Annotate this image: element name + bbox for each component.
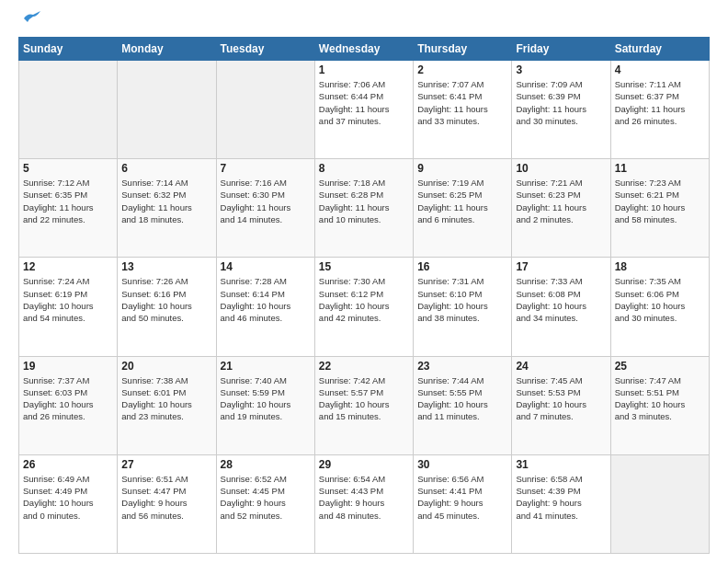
calendar-cell: 5Sunrise: 7:12 AM Sunset: 6:35 PM Daylig… <box>19 159 118 258</box>
day-number: 8 <box>319 162 409 175</box>
day-info: Sunrise: 7:09 AM Sunset: 6:39 PM Dayligh… <box>516 78 606 127</box>
weekday-header-thursday: Thursday <box>414 38 512 61</box>
day-number: 16 <box>417 260 507 273</box>
calendar-week-2: 5Sunrise: 7:12 AM Sunset: 6:35 PM Daylig… <box>19 159 710 258</box>
day-number: 26 <box>23 458 113 471</box>
day-info: Sunrise: 7:23 AM Sunset: 6:21 PM Dayligh… <box>615 177 705 225</box>
day-number: 19 <box>23 360 113 373</box>
calendar-cell <box>118 61 216 159</box>
day-number: 28 <box>221 458 311 471</box>
day-number: 17 <box>516 260 606 273</box>
weekday-header-row: SundayMondayTuesdayWednesdayThursdayFrid… <box>19 38 710 61</box>
calendar-cell <box>610 454 709 553</box>
day-info: Sunrise: 7:21 AM Sunset: 6:23 PM Dayligh… <box>516 177 606 225</box>
calendar-cell: 4Sunrise: 7:11 AM Sunset: 6:37 PM Daylig… <box>610 61 709 159</box>
calendar-table: SundayMondayTuesdayWednesdayThursdayFrid… <box>18 37 710 554</box>
page: SundayMondayTuesdayWednesdayThursdayFrid… <box>0 0 728 563</box>
logo-bird-icon <box>20 11 40 29</box>
calendar-cell: 3Sunrise: 7:09 AM Sunset: 6:39 PM Daylig… <box>512 61 610 159</box>
day-number: 15 <box>319 260 409 273</box>
day-info: Sunrise: 7:31 AM Sunset: 6:10 PM Dayligh… <box>417 275 507 324</box>
day-info: Sunrise: 7:35 AM Sunset: 6:06 PM Dayligh… <box>615 275 705 324</box>
day-info: Sunrise: 6:54 AM Sunset: 4:43 PM Dayligh… <box>319 473 409 522</box>
calendar-cell: 15Sunrise: 7:30 AM Sunset: 6:12 PM Dayli… <box>314 258 413 356</box>
day-number: 9 <box>417 162 507 175</box>
day-number: 13 <box>121 260 211 273</box>
day-number: 20 <box>121 360 211 373</box>
calendar-cell: 13Sunrise: 7:26 AM Sunset: 6:16 PM Dayli… <box>118 258 216 356</box>
day-number: 4 <box>615 63 705 76</box>
day-number: 3 <box>516 63 606 76</box>
calendar-cell: 24Sunrise: 7:45 AM Sunset: 5:53 PM Dayli… <box>512 356 610 454</box>
day-number: 27 <box>121 458 211 471</box>
calendar-cell: 6Sunrise: 7:14 AM Sunset: 6:32 PM Daylig… <box>118 159 216 258</box>
day-number: 24 <box>516 360 606 373</box>
day-info: Sunrise: 7:40 AM Sunset: 5:59 PM Dayligh… <box>221 374 311 423</box>
day-info: Sunrise: 7:42 AM Sunset: 5:57 PM Dayligh… <box>319 374 409 423</box>
calendar-cell: 23Sunrise: 7:44 AM Sunset: 5:55 PM Dayli… <box>414 356 512 454</box>
calendar-week-1: 1Sunrise: 7:06 AM Sunset: 6:44 PM Daylig… <box>19 61 710 159</box>
weekday-header-saturday: Saturday <box>610 38 709 61</box>
calendar-cell: 31Sunrise: 6:58 AM Sunset: 4:39 PM Dayli… <box>512 454 610 553</box>
day-info: Sunrise: 7:11 AM Sunset: 6:37 PM Dayligh… <box>615 78 705 127</box>
day-info: Sunrise: 7:28 AM Sunset: 6:14 PM Dayligh… <box>221 275 311 324</box>
day-info: Sunrise: 7:12 AM Sunset: 6:35 PM Dayligh… <box>23 177 113 225</box>
calendar-week-4: 19Sunrise: 7:37 AM Sunset: 6:03 PM Dayli… <box>19 356 710 454</box>
weekday-header-wednesday: Wednesday <box>314 38 413 61</box>
day-info: Sunrise: 7:38 AM Sunset: 6:01 PM Dayligh… <box>121 374 211 423</box>
day-info: Sunrise: 7:24 AM Sunset: 6:19 PM Dayligh… <box>23 275 113 324</box>
day-number: 25 <box>615 360 705 373</box>
weekday-header-friday: Friday <box>512 38 610 61</box>
day-number: 22 <box>319 360 409 373</box>
day-number: 7 <box>221 162 311 175</box>
day-number: 21 <box>221 360 311 373</box>
calendar-cell: 30Sunrise: 6:56 AM Sunset: 4:41 PM Dayli… <box>414 454 512 553</box>
calendar-cell: 19Sunrise: 7:37 AM Sunset: 6:03 PM Dayli… <box>19 356 118 454</box>
calendar-cell: 27Sunrise: 6:51 AM Sunset: 4:47 PM Dayli… <box>118 454 216 553</box>
day-info: Sunrise: 6:51 AM Sunset: 4:47 PM Dayligh… <box>121 473 211 522</box>
day-info: Sunrise: 7:06 AM Sunset: 6:44 PM Dayligh… <box>319 78 409 127</box>
day-info: Sunrise: 7:26 AM Sunset: 6:16 PM Dayligh… <box>121 275 211 324</box>
calendar-cell: 8Sunrise: 7:18 AM Sunset: 6:28 PM Daylig… <box>314 159 413 258</box>
day-info: Sunrise: 6:52 AM Sunset: 4:45 PM Dayligh… <box>221 473 311 522</box>
calendar-cell: 9Sunrise: 7:19 AM Sunset: 6:25 PM Daylig… <box>414 159 512 258</box>
header <box>18 17 710 29</box>
day-number: 1 <box>319 63 409 76</box>
calendar-cell <box>216 61 314 159</box>
day-info: Sunrise: 6:58 AM Sunset: 4:39 PM Dayligh… <box>516 473 606 522</box>
day-info: Sunrise: 7:07 AM Sunset: 6:41 PM Dayligh… <box>417 78 507 127</box>
calendar-cell: 11Sunrise: 7:23 AM Sunset: 6:21 PM Dayli… <box>610 159 709 258</box>
day-number: 5 <box>23 162 113 175</box>
day-number: 12 <box>23 260 113 273</box>
day-number: 29 <box>319 458 409 471</box>
day-info: Sunrise: 7:16 AM Sunset: 6:30 PM Dayligh… <box>221 177 311 225</box>
calendar-cell: 20Sunrise: 7:38 AM Sunset: 6:01 PM Dayli… <box>118 356 216 454</box>
weekday-header-sunday: Sunday <box>19 38 118 61</box>
day-info: Sunrise: 7:19 AM Sunset: 6:25 PM Dayligh… <box>417 177 507 225</box>
day-number: 23 <box>417 360 507 373</box>
calendar-cell: 26Sunrise: 6:49 AM Sunset: 4:49 PM Dayli… <box>19 454 118 553</box>
day-info: Sunrise: 7:18 AM Sunset: 6:28 PM Dayligh… <box>319 177 409 225</box>
calendar-cell: 28Sunrise: 6:52 AM Sunset: 4:45 PM Dayli… <box>216 454 314 553</box>
day-info: Sunrise: 7:14 AM Sunset: 6:32 PM Dayligh… <box>121 177 211 225</box>
day-number: 31 <box>516 458 606 471</box>
day-number: 18 <box>615 260 705 273</box>
calendar-cell: 18Sunrise: 7:35 AM Sunset: 6:06 PM Dayli… <box>610 258 709 356</box>
day-info: Sunrise: 7:47 AM Sunset: 5:51 PM Dayligh… <box>615 374 705 423</box>
day-number: 14 <box>221 260 311 273</box>
calendar-cell: 2Sunrise: 7:07 AM Sunset: 6:41 PM Daylig… <box>414 61 512 159</box>
day-number: 6 <box>121 162 211 175</box>
calendar-cell: 16Sunrise: 7:31 AM Sunset: 6:10 PM Dayli… <box>414 258 512 356</box>
day-number: 30 <box>417 458 507 471</box>
weekday-header-monday: Monday <box>118 38 216 61</box>
logo <box>18 17 40 29</box>
calendar-cell: 10Sunrise: 7:21 AM Sunset: 6:23 PM Dayli… <box>512 159 610 258</box>
day-info: Sunrise: 7:33 AM Sunset: 6:08 PM Dayligh… <box>516 275 606 324</box>
calendar-cell: 25Sunrise: 7:47 AM Sunset: 5:51 PM Dayli… <box>610 356 709 454</box>
calendar-week-3: 12Sunrise: 7:24 AM Sunset: 6:19 PM Dayli… <box>19 258 710 356</box>
day-number: 10 <box>516 162 606 175</box>
weekday-header-tuesday: Tuesday <box>216 38 314 61</box>
day-number: 11 <box>615 162 705 175</box>
calendar-cell: 29Sunrise: 6:54 AM Sunset: 4:43 PM Dayli… <box>314 454 413 553</box>
calendar-cell: 12Sunrise: 7:24 AM Sunset: 6:19 PM Dayli… <box>19 258 118 356</box>
